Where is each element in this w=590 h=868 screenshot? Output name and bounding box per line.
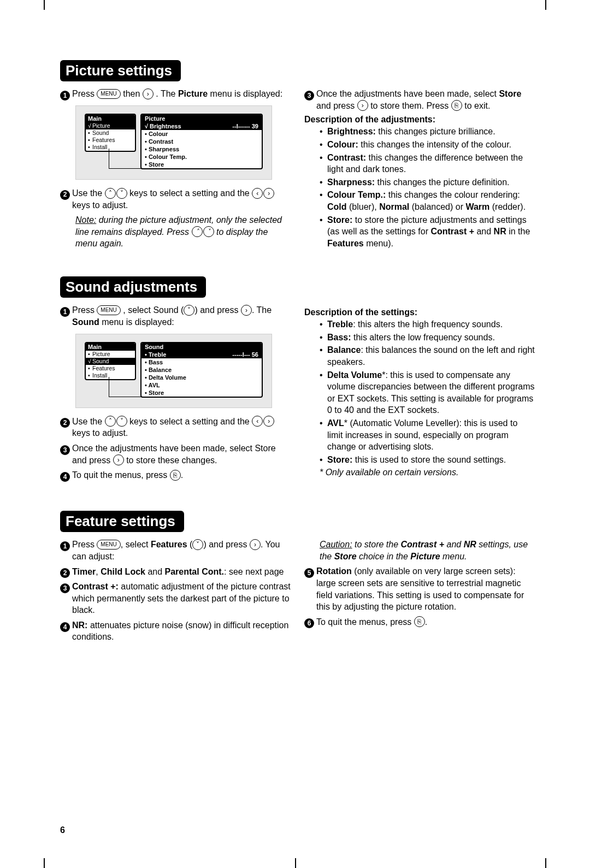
osd-sound: Main •Picture √Sound •Features •Install …: [75, 334, 272, 408]
osd-sub-menu: Picture √ Brightness --I------ 39 • Colo…: [140, 114, 263, 169]
right-button-icon: ›: [143, 88, 154, 99]
down-button-icon: ˅: [184, 305, 194, 316]
step-2: 2 Use the ˄˅ keys to select a setting an…: [60, 187, 291, 211]
down-button-icon: ˅: [192, 539, 203, 550]
step-number-icon: 1: [60, 91, 70, 101]
down-button-icon: ˅: [116, 416, 127, 427]
menu-button-icon: MENU: [97, 305, 120, 315]
step-number-icon: 3: [60, 445, 70, 455]
exit-button-icon: ⎘: [451, 100, 462, 111]
picture-right-col: 3 Once the adjustments have been made, s…: [304, 88, 535, 250]
osd-main-menu: Main •Picture √Sound •Features •Install: [85, 342, 136, 380]
feature-caution: Caution: to store the Contrast + and NR …: [320, 539, 535, 562]
sound-desc-heading: Description of the settings:: [304, 308, 535, 317]
step-number-icon: 3: [60, 583, 70, 593]
feature-right-col: Caution: to store the Contrast + and NR …: [304, 539, 535, 646]
step-number-icon: 2: [60, 190, 70, 200]
step-3: 3 Once the adjustments have been made, s…: [304, 88, 535, 111]
step-4: 4 NR: attenuates picture noise (snow) in…: [60, 619, 291, 643]
left-button-icon: ‹: [252, 416, 263, 427]
step-3: 3 Once the adjustments have been made, s…: [60, 442, 291, 466]
right-button-icon: ›: [357, 100, 368, 111]
exit-button-icon: ⎘: [414, 616, 425, 627]
crop-mark: [295, 858, 296, 868]
down-button-icon: ˅: [203, 226, 214, 237]
page-number: 6: [60, 825, 65, 835]
connector-line: [109, 149, 141, 169]
exit-button-icon: ⎘: [170, 470, 181, 481]
step-1: 1 Press MENU then › . The Picture menu i…: [60, 88, 291, 100]
step-number-icon: 1: [60, 541, 70, 551]
sound-footnote: * Only available on certain versions.: [320, 468, 535, 477]
step-number-icon: 4: [60, 472, 70, 482]
section-picture: Picture settings 1 Press MENU then › . T…: [60, 60, 535, 250]
step-2: 2 Use the ˄˅ keys to select a setting an…: [60, 416, 291, 439]
step-number-icon: 2: [60, 418, 70, 428]
step-number-icon: 6: [304, 618, 314, 628]
page: Picture settings 1 Press MENU then › . T…: [0, 0, 590, 868]
step-3: 3 Contrast +: automatic adjustment of th…: [60, 581, 291, 616]
step-6: 6 To quit the menus, press ⎘.: [304, 616, 535, 628]
section-feature: Feature settings 1 Press MENU, select Fe…: [60, 511, 535, 646]
heading-feature: Feature settings: [60, 511, 184, 532]
step-number-icon: 5: [304, 568, 314, 578]
crop-mark: [545, 0, 546, 10]
up-button-icon: ˄: [105, 416, 116, 427]
section-sound: Sound adjustments 1 Press MENU , select …: [60, 276, 535, 485]
menu-button-icon: MENU: [97, 540, 120, 550]
connector-line: [109, 377, 141, 397]
step-5: 5 Rotation (only available on very large…: [304, 565, 535, 612]
step-1: 1 Press MENU, select Features (˅) and pr…: [60, 539, 291, 562]
picture-note: Note: during the picture adjustment, onl…: [75, 214, 291, 250]
step-number-icon: 3: [304, 91, 314, 101]
sound-desc-list: Treble: this alters the high frequency s…: [304, 318, 535, 465]
step-4: 4 To quit the menus, press ⎘.: [60, 469, 291, 481]
right-button-icon: ›: [250, 539, 261, 550]
crop-mark: [545, 858, 546, 868]
sound-right-col: Description of the settings: Treble: thi…: [304, 304, 535, 485]
right-button-icon: ›: [241, 305, 252, 316]
step-number-icon: 4: [60, 622, 70, 632]
step-number-icon: 2: [60, 568, 70, 578]
step-2: 2 Timer, Child Lock and Parental Cont.: …: [60, 566, 291, 578]
osd-picture: Main √Picture •Sound •Features •Install …: [75, 105, 272, 180]
step-1: 1 Press MENU , select Sound (˅) and pres…: [60, 304, 291, 328]
picture-left-col: 1 Press MENU then › . The Picture menu i…: [60, 88, 291, 250]
right-button-icon: ›: [263, 188, 274, 199]
sound-left-col: 1 Press MENU , select Sound (˅) and pres…: [60, 304, 291, 485]
up-button-icon: ˄: [192, 226, 203, 237]
heading-sound: Sound adjustments: [60, 276, 206, 298]
crop-mark: [44, 858, 45, 868]
up-button-icon: ˄: [105, 188, 116, 199]
picture-desc-heading: Description of the adjustments:: [304, 115, 535, 125]
step-number-icon: 1: [60, 307, 70, 317]
crop-mark: [44, 0, 45, 10]
feature-left-col: 1 Press MENU, select Features (˅) and pr…: [60, 539, 291, 646]
heading-picture: Picture settings: [60, 60, 181, 81]
right-button-icon: ›: [263, 416, 274, 427]
right-button-icon: ›: [113, 454, 124, 465]
menu-button-icon: MENU: [97, 89, 120, 99]
osd-sub-menu: Sound • Treble -----I--- 56 • Bass • Bal…: [140, 342, 263, 398]
picture-desc-list: Brightness: this changes picture brillia…: [304, 126, 535, 249]
osd-main-menu: Main √Picture •Sound •Features •Install: [85, 114, 136, 152]
left-button-icon: ‹: [252, 188, 263, 199]
down-button-icon: ˅: [116, 188, 127, 199]
